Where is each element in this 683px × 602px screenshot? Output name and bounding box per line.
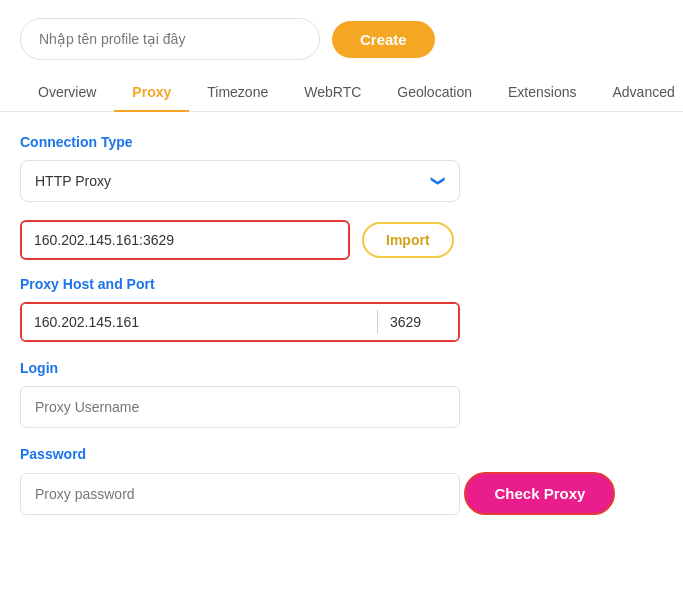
port-input[interactable] [378, 304, 458, 340]
tab-geolocation[interactable]: Geolocation [379, 74, 490, 112]
connection-type-label: Connection Type [20, 134, 663, 150]
chevron-down-icon: ❯ [431, 175, 447, 187]
host-port-row [20, 302, 460, 342]
tabs-bar: Overview Proxy Timezone WebRTC Geolocati… [0, 74, 683, 112]
tab-advanced[interactable]: Advanced [595, 74, 684, 112]
connection-type-value: HTTP Proxy [35, 173, 111, 189]
password-input[interactable] [20, 473, 460, 515]
top-bar: Create [0, 0, 683, 74]
check-proxy-button[interactable]: Check Proxy [464, 472, 615, 515]
proxy-content: Connection Type HTTP Proxy ❯ Import Prox… [0, 112, 683, 557]
tab-webrtc[interactable]: WebRTC [286, 74, 379, 112]
host-input[interactable] [22, 304, 377, 340]
username-input[interactable] [20, 386, 460, 428]
profile-name-input[interactable] [20, 18, 320, 60]
proxy-paste-input[interactable] [20, 220, 350, 260]
import-button[interactable]: Import [362, 222, 454, 258]
host-port-label: Proxy Host and Port [20, 276, 663, 292]
tab-proxy[interactable]: Proxy [114, 74, 189, 112]
password-label: Password [20, 446, 663, 462]
proxy-import-row: Import [20, 220, 663, 260]
create-button[interactable]: Create [332, 21, 435, 58]
tab-overview[interactable]: Overview [20, 74, 114, 112]
connection-type-dropdown[interactable]: HTTP Proxy ❯ [20, 160, 460, 202]
tab-extensions[interactable]: Extensions [490, 74, 594, 112]
login-label: Login [20, 360, 663, 376]
tab-timezone[interactable]: Timezone [189, 74, 286, 112]
